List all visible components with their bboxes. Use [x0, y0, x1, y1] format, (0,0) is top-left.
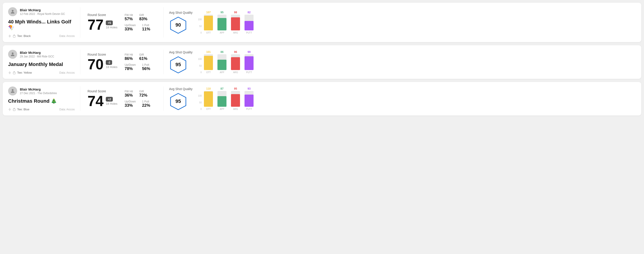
stats-section: FW Hit86%GIR61%Up/Down78%1 Putt56%: [125, 53, 156, 71]
score-label: Round Score: [88, 13, 118, 17]
player-info: Blair McHarg27 Dec 2021 · The Oxfordshir…: [20, 87, 57, 95]
quality-section: Avg Shot Quality95: [169, 87, 193, 111]
bar-chart: 100500101OTT86APP96ARG99PUTT: [198, 50, 255, 74]
stat-item: Up/Down33%: [125, 24, 136, 31]
player-name: Blair McHarg: [20, 87, 57, 91]
stat-value: 11%: [142, 27, 150, 31]
score-badge-container: +218 Holes: [106, 97, 117, 105]
weather-icon: [8, 34, 11, 38]
bar-chart: 100500107OTT95APP98ARG82PUTT: [198, 11, 255, 34]
svg-point-14: [12, 89, 14, 91]
stat-row-top: FW Hit86%GIR61%: [125, 53, 156, 61]
bar-value-label: 87: [220, 87, 224, 90]
svg-text:95: 95: [175, 62, 181, 67]
bar-value-label: 99: [248, 50, 250, 54]
data-source: Data: Arccos: [59, 34, 75, 38]
svg-text:90: 90: [175, 22, 181, 28]
bar-value-label: 110: [206, 87, 211, 90]
round-footer: Tee: Yellow Data: Arccos: [8, 71, 75, 74]
tee-info: Tee: Black: [8, 34, 31, 38]
svg-point-8: [9, 72, 10, 73]
hexagon-svg: 95: [169, 56, 187, 74]
score-number: 74: [88, 94, 104, 108]
player-meta: 29 Jan 2022 · Mill Ride GCC: [20, 55, 54, 58]
bag-icon: [13, 108, 16, 111]
stat-name: FW Hit: [125, 90, 133, 93]
stat-name: Up/Down: [125, 63, 136, 66]
holes-label: 18 Holes: [106, 65, 117, 69]
bar-axis-label: APP: [220, 31, 224, 34]
stat-item: FW Hit86%: [125, 53, 133, 61]
round-title: 40 Mph Winds... Links Golf 🪁: [8, 19, 75, 31]
bar-group: 95ARG: [230, 87, 241, 110]
hexagon-container: 90: [169, 16, 187, 34]
bar-chart: 100500110OTT87APP95ARG93PUTT: [198, 87, 255, 110]
stat-value: 61%: [139, 56, 147, 61]
round-card: Blair McHarg27 Dec 2021 · The Oxfordshir…: [3, 82, 641, 116]
stat-value: 56%: [142, 66, 150, 71]
svg-rect-4: [13, 35, 15, 37]
bar-axis-label: APP: [220, 71, 224, 74]
bar-value-label: 96: [234, 50, 237, 54]
bar-axis-label: PUTT: [246, 108, 252, 110]
bar-value-label: 107: [206, 11, 211, 14]
bar-group: 99PUTT: [244, 50, 254, 74]
score-label: Round Score: [88, 53, 118, 56]
stat-item: GIR72%: [139, 90, 147, 98]
score-number: 77: [88, 17, 104, 32]
stat-item: 1 Putt56%: [142, 63, 150, 71]
avatar: [8, 50, 17, 59]
quality-section: Avg Shot Quality95: [169, 50, 193, 74]
stat-value: 72%: [139, 93, 147, 98]
round-left-section: Blair McHarg12 Feb 2022 · Royal North De…: [8, 7, 80, 38]
stat-name: Up/Down: [125, 100, 136, 103]
user-icon: [10, 9, 15, 14]
score-section: Round Score77+518 Holes: [88, 13, 118, 32]
player-header: Blair McHarg29 Jan 2022 · Mill Ride GCC: [8, 50, 75, 59]
score-badge-container: -218 Holes: [106, 60, 117, 69]
hexagon-svg: 90: [169, 16, 187, 34]
stat-value: 36%: [125, 93, 133, 98]
hexagon-container: 95: [169, 56, 187, 74]
tee-label: Tee: Blue: [17, 108, 29, 111]
bar-axis-label: APP: [220, 108, 224, 110]
score-badge: +2: [106, 97, 113, 102]
stat-name: Up/Down: [125, 24, 136, 27]
stat-name: GIR: [139, 13, 147, 17]
player-info: Blair McHarg12 Feb 2022 · Royal North De…: [20, 8, 65, 15]
bar-value-label: 98: [234, 11, 237, 14]
bar-group: 107OTT: [203, 11, 214, 34]
stat-value: 83%: [139, 17, 147, 21]
bar-group: 82PUTT: [244, 11, 254, 34]
score-badge: +5: [106, 20, 113, 25]
bar-value-label: 101: [206, 50, 211, 54]
bar-axis-label: OTT: [206, 108, 211, 110]
quality-label: Avg Shot Quality: [169, 11, 193, 14]
bar-axis-label: ARG: [233, 108, 238, 110]
stat-value: 57%: [125, 17, 133, 21]
stat-item: 1 Putt22%: [142, 100, 150, 108]
svg-rect-18: [13, 109, 15, 111]
round-middle-section: Round Score77+518 HolesFW Hit57%GIR83%Up…: [80, 7, 164, 38]
stat-row-top: FW Hit57%GIR83%: [125, 13, 156, 21]
holes-label: 18 Holes: [106, 26, 117, 29]
bar-value-label: 86: [220, 50, 224, 54]
bar-group: 98ARG: [230, 11, 241, 34]
svg-point-0: [12, 10, 14, 12]
bar-value-label: 95: [234, 87, 237, 90]
tee-label: Tee: Yellow: [17, 71, 32, 74]
round-right-section: Avg Shot Quality95100500101OTT86APP96ARG…: [164, 50, 636, 74]
stat-row-bottom: Up/Down78%1 Putt56%: [125, 63, 156, 71]
stat-name: FW Hit: [125, 13, 133, 17]
quality-section: Avg Shot Quality90: [169, 11, 193, 34]
bar-value-label: 95: [220, 11, 224, 14]
score-section: Round Score74+218 Holes: [88, 89, 118, 108]
score-label: Round Score: [88, 89, 118, 93]
stat-row-top: FW Hit36%GIR72%: [125, 90, 156, 98]
score-row: 70-218 Holes: [88, 57, 118, 72]
stat-item: Up/Down33%: [125, 100, 136, 108]
bar-axis-label: OTT: [206, 71, 211, 74]
svg-point-1: [9, 35, 10, 37]
weather-icon: [8, 71, 11, 74]
score-number: 70: [88, 57, 104, 72]
